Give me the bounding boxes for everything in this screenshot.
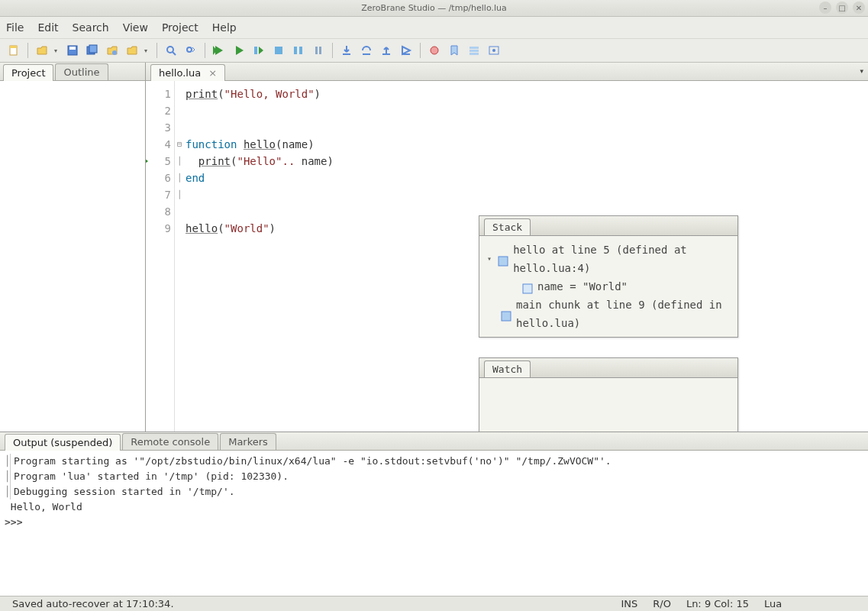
tab-markers[interactable]: Markers (220, 433, 276, 450)
svg-rect-11 (275, 47, 282, 54)
status-language: Lua (757, 598, 863, 609)
code-editor[interactable]: 123456789 ⊟│││ print("Hello, World") fun… (146, 81, 868, 432)
svg-rect-22 (469, 50, 479, 52)
toolbar: ▾ ▾ (0, 38, 868, 63)
run-to-cursor-button[interactable] (251, 43, 266, 58)
toggle-breakpoint-button[interactable] (427, 43, 442, 58)
svg-rect-16 (343, 53, 350, 55)
output-text[interactable]: │Program starting as '"/opt/zbstudio/bin… (0, 451, 868, 596)
svg-rect-14 (315, 47, 318, 54)
output-panel: Output (suspended) Remote console Marker… (0, 432, 868, 596)
menu-file[interactable]: File (6, 21, 24, 34)
menubar: File Edit Search View Project Help (0, 17, 868, 38)
tab-remote-console[interactable]: Remote console (122, 433, 218, 450)
current-line-icon (146, 157, 148, 165)
svg-rect-10 (254, 47, 257, 54)
replace-button[interactable] (183, 43, 198, 58)
svg-point-20 (431, 47, 438, 54)
stack-var-0[interactable]: name = "World" (486, 277, 731, 296)
expand-icon[interactable]: ▾ (486, 250, 493, 268)
svg-rect-26 (499, 257, 508, 266)
tab-outline[interactable]: Outline (55, 63, 108, 80)
svg-rect-21 (469, 47, 479, 49)
svg-line-8 (173, 52, 176, 55)
svg-rect-12 (294, 47, 297, 54)
save-button[interactable] (65, 43, 80, 58)
project-select-button[interactable] (124, 43, 140, 58)
menu-search[interactable]: Search (73, 21, 109, 34)
svg-point-25 (492, 49, 495, 52)
svg-point-9 (187, 47, 192, 52)
tab-project[interactable]: Project (3, 64, 53, 81)
bookmark-button[interactable] (447, 43, 462, 58)
new-file-button[interactable] (6, 43, 21, 58)
svg-rect-27 (523, 284, 532, 293)
tab-output[interactable]: Output (suspended) (5, 434, 121, 451)
stop-button[interactable] (271, 43, 286, 58)
status-cursor-pos: Ln: 9 Col: 15 (679, 598, 757, 609)
stack-frame-icon (501, 309, 511, 319)
svg-rect-19 (402, 53, 410, 55)
stack-view-button[interactable] (466, 43, 482, 58)
save-all-button[interactable] (85, 43, 100, 58)
watch-view-button[interactable] (486, 43, 502, 58)
svg-rect-28 (502, 312, 511, 321)
stack-tab[interactable]: Stack (484, 218, 531, 235)
editor-panel: hello.lua × ▾ 123456789 ⊟│││ print("Hell… (146, 63, 868, 432)
svg-point-6 (112, 50, 117, 55)
project-dir-button[interactable] (105, 43, 120, 58)
svg-rect-13 (299, 47, 302, 54)
step-into-button[interactable] (339, 43, 354, 58)
start-debug-button[interactable] (231, 43, 247, 58)
watch-body[interactable] (479, 378, 737, 387)
stack-frame-label: hello at line 5 (defined at hello.lua:4) (513, 241, 731, 277)
run-button[interactable] (211, 43, 227, 58)
svg-rect-3 (69, 47, 76, 50)
svg-point-7 (167, 47, 173, 53)
svg-rect-5 (89, 45, 97, 53)
editor-tab-label: hello.lua (159, 67, 201, 79)
open-recent-dropdown[interactable]: ▾ (54, 43, 60, 58)
stack-frame-label: main chunk at line 9 (defined in hello.l… (516, 296, 731, 332)
close-tab-icon[interactable]: × (208, 67, 217, 79)
step-over-button[interactable] (359, 43, 374, 58)
find-button[interactable] (163, 43, 179, 58)
svg-rect-18 (382, 53, 390, 55)
continue-button[interactable] (399, 43, 414, 58)
stack-panel[interactable]: Stack ▾ hello at line 5 (defined at hell… (479, 215, 738, 338)
editor-tab-hello[interactable]: hello.lua × (150, 64, 225, 81)
svg-rect-1 (10, 46, 17, 48)
window-titlebar: ZeroBrane Studio — /tmp/hello.lua – □ ✕ (0, 0, 868, 17)
window-maximize-button[interactable]: □ (836, 2, 848, 14)
stack-frame-icon (498, 254, 508, 264)
svg-rect-23 (469, 53, 479, 55)
watch-tab[interactable]: Watch (484, 360, 531, 377)
stack-frame-1[interactable]: main chunk at line 9 (defined in hello.l… (486, 296, 731, 332)
left-panel: Project Outline (0, 63, 146, 432)
pause-button[interactable] (311, 43, 326, 58)
watch-panel[interactable]: Watch (479, 357, 738, 432)
status-readonly: R/O (645, 598, 679, 609)
stack-frame-0[interactable]: ▾ hello at line 5 (defined at hello.lua:… (486, 241, 731, 277)
window-title: ZeroBrane Studio — /tmp/hello.lua (361, 3, 506, 13)
variable-icon (522, 281, 533, 292)
project-tree[interactable] (0, 81, 145, 432)
menu-help[interactable]: Help (212, 21, 237, 34)
editor-tabs-menu[interactable]: ▾ (860, 67, 863, 75)
svg-rect-15 (319, 47, 321, 54)
menu-edit[interactable]: Edit (37, 21, 58, 34)
menu-project[interactable]: Project (162, 21, 198, 34)
status-message: Saved auto-recover at 17:10:34. (5, 598, 182, 609)
statusbar: Saved auto-recover at 17:10:34. INS R/O … (0, 596, 868, 611)
svg-rect-17 (363, 53, 370, 55)
window-minimize-button[interactable]: – (819, 2, 831, 14)
project-dropdown[interactable]: ▾ (144, 43, 150, 58)
step-out-button[interactable] (379, 43, 394, 58)
window-close-button[interactable]: ✕ (853, 2, 865, 14)
menu-view[interactable]: View (123, 21, 148, 34)
stack-var-label: name = "World" (537, 277, 628, 296)
open-file-button[interactable] (34, 43, 50, 58)
status-insert-mode: INS (613, 598, 645, 609)
break-button[interactable] (291, 43, 306, 58)
